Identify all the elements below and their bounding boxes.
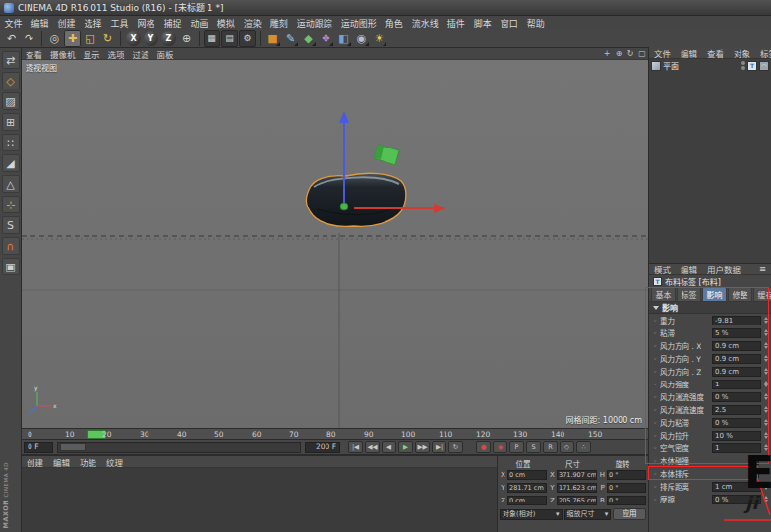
viewport-menu-item[interactable]: 查看 <box>22 48 46 60</box>
lock-y-axis-button[interactable]: Y <box>144 31 158 46</box>
points-mode-button[interactable]: ∷ <box>2 134 20 151</box>
viewport-menu-item[interactable]: 选项 <box>104 48 129 60</box>
viewport-menu-item[interactable]: 过滤 <box>129 48 153 60</box>
menu-item[interactable]: 文件 <box>0 16 27 30</box>
object-manager-menu-item[interactable]: 文件 <box>649 47 676 59</box>
stepper-up-icon[interactable] <box>764 381 768 384</box>
workplane-mode-button[interactable]: ⊞ <box>2 113 20 131</box>
texture-mode-button[interactable]: ▨ <box>2 92 20 110</box>
expand-bullet[interactable]: ◦ <box>653 355 660 363</box>
goto-start-button[interactable]: |◀ <box>348 441 363 453</box>
attribute-tab[interactable]: 缓存 <box>753 287 771 301</box>
play-button[interactable]: ▶ <box>398 441 413 453</box>
prev-frame-button[interactable]: ◀ <box>382 441 396 453</box>
viewport-solo-button[interactable]: S <box>2 216 20 234</box>
move-button[interactable]: ✚ <box>64 30 81 47</box>
key-scale-button[interactable]: S <box>526 441 541 453</box>
expand-bullet[interactable]: ◦ <box>653 329 660 337</box>
viewport-menu-item[interactable]: 摄像机 <box>46 48 80 60</box>
menu-item[interactable]: 运动图形 <box>336 16 381 30</box>
rotate-view-icon[interactable]: ↻ <box>624 49 636 59</box>
lock-z-axis-button[interactable]: Z <box>161 31 176 46</box>
menu-item[interactable]: 运动跟踪 <box>292 16 336 30</box>
stepper-up-icon[interactable] <box>764 342 768 345</box>
attribute-tab[interactable]: 修整 <box>728 287 752 301</box>
value-stepper[interactable] <box>762 393 769 400</box>
value-stepper[interactable] <box>762 419 769 426</box>
expand-bullet[interactable]: ◦ <box>653 432 660 440</box>
value-stepper[interactable] <box>762 432 769 439</box>
add-camera-button[interactable]: ◉ <box>353 30 370 47</box>
edges-mode-button[interactable]: ◢ <box>2 154 20 172</box>
pillow-object[interactable] <box>306 173 406 226</box>
render-settings-button[interactable]: ⚙ <box>239 30 256 47</box>
stepper-down-icon[interactable] <box>764 372 768 375</box>
menu-item[interactable]: 网格 <box>133 16 159 30</box>
viewport-3d-scene[interactable]: y x <box>22 60 648 428</box>
coordinate-input[interactable]: 0 cm <box>507 496 547 505</box>
live-selection-button[interactable]: ◎ <box>46 30 63 47</box>
prev-key-button[interactable]: ◀◀ <box>365 441 380 453</box>
attribute-tab[interactable]: 基本 <box>651 287 676 301</box>
add-environment-button[interactable]: ◧ <box>335 30 352 47</box>
stepper-up-icon[interactable] <box>764 329 768 332</box>
menu-item[interactable]: 脚本 <box>469 16 496 30</box>
visibility-toggles[interactable] <box>741 61 745 70</box>
expand-bullet[interactable]: ◦ <box>653 444 660 452</box>
stepper-up-icon[interactable] <box>764 432 768 435</box>
stepper-down-icon[interactable] <box>764 436 768 439</box>
menu-item[interactable]: 插件 <box>443 16 469 30</box>
coordinate-input[interactable]: 371.907 cm <box>557 470 597 480</box>
add-spline-button[interactable]: ✎ <box>282 30 299 47</box>
material-menu-item[interactable]: 纹理 <box>101 456 128 468</box>
viewport-menu-item[interactable]: 面板 <box>153 48 178 60</box>
coordinate-size-select[interactable]: 缩放尺寸▾ <box>564 509 612 520</box>
stepper-down-icon[interactable] <box>764 384 768 387</box>
menu-item[interactable]: 渲染 <box>239 16 266 30</box>
coordinate-input[interactable]: 0 ° <box>607 496 646 505</box>
key-parameter-button[interactable]: ◇ <box>560 441 574 453</box>
loop-button[interactable]: ↻ <box>448 441 463 453</box>
key-position-button[interactable]: P <box>509 441 524 453</box>
expand-bullet[interactable]: ◦ <box>653 483 660 491</box>
menu-item[interactable]: 选择 <box>80 16 106 30</box>
cloth-tag-icon[interactable]: T <box>747 61 757 71</box>
value-stepper[interactable] <box>762 329 769 336</box>
key-rotation-button[interactable]: R <box>543 441 558 453</box>
expand-bullet[interactable]: ◦ <box>653 381 660 388</box>
add-subdivision-button[interactable]: ◆ <box>300 30 317 47</box>
coordinate-system-button[interactable]: ⊕ <box>178 30 195 47</box>
attribute-value-input[interactable]: 0.9 cm <box>712 367 761 377</box>
value-stepper[interactable] <box>762 381 769 387</box>
stepper-up-icon[interactable] <box>764 317 768 320</box>
object-name[interactable]: 平面 <box>663 60 679 71</box>
value-stepper[interactable] <box>762 317 769 324</box>
lock-icon[interactable]: ≡ <box>754 265 771 274</box>
stepper-up-icon[interactable] <box>764 393 768 396</box>
viewport-menu-item[interactable]: 显示 <box>80 48 104 60</box>
attribute-mode-menu-item[interactable]: 编辑 <box>676 264 702 275</box>
key-pla-button[interactable]: ∴ <box>576 441 591 453</box>
menu-item[interactable]: 模拟 <box>212 16 239 30</box>
toggle-views-icon[interactable]: ▢ <box>636 49 648 59</box>
apply-button[interactable]: 应用 <box>613 508 646 520</box>
object-manager-menu-item[interactable]: 对象 <box>729 47 755 59</box>
menu-item[interactable]: 创建 <box>53 16 80 30</box>
menu-item[interactable]: 角色 <box>381 16 407 30</box>
phong-tag-icon[interactable]: ◠ <box>759 61 769 71</box>
rotate-button[interactable]: ↻ <box>99 30 116 47</box>
next-frame-button[interactable]: ▶▶ <box>415 441 430 453</box>
stepper-down-icon[interactable] <box>764 359 768 362</box>
attribute-tab[interactable]: 标签 <box>677 287 701 301</box>
make-editable-button[interactable]: ⇄ <box>2 51 20 69</box>
autokey-toggle-button[interactable]: ◉ <box>493 441 507 453</box>
expand-bullet[interactable]: ◦ <box>653 406 660 414</box>
model-mode-button[interactable]: ◇ <box>2 72 20 89</box>
lock-x-axis-button[interactable]: X <box>126 31 141 46</box>
expand-bullet[interactable]: ◦ <box>653 496 660 503</box>
stepper-up-icon[interactable] <box>764 419 768 422</box>
coordinate-input[interactable]: 0 cm <box>507 470 547 480</box>
stepper-down-icon[interactable] <box>764 333 768 336</box>
stepper-down-icon[interactable] <box>764 500 768 502</box>
stepper-down-icon[interactable] <box>764 321 768 324</box>
